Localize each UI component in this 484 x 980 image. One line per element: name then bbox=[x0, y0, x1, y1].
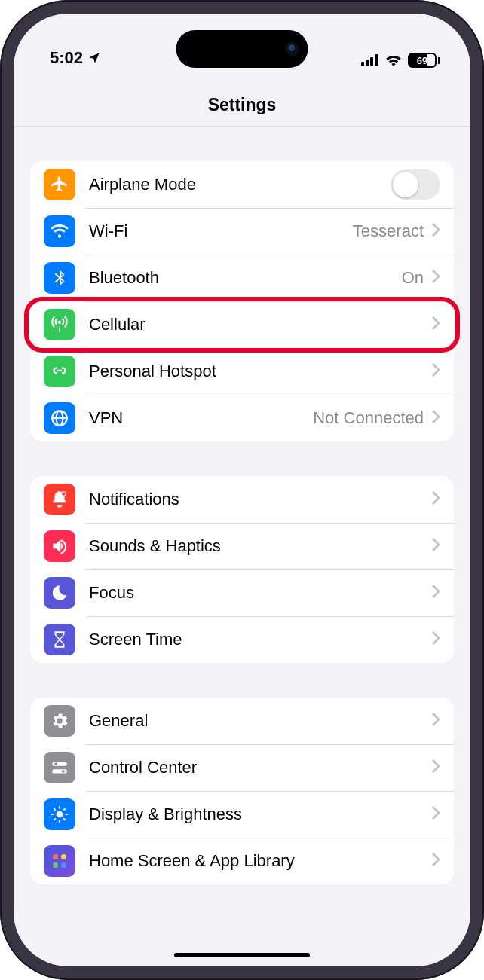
chevron-right-icon bbox=[431, 490, 440, 508]
bluetooth-icon bbox=[44, 262, 75, 294]
row-value: Not Connected bbox=[313, 408, 424, 428]
notifications-icon bbox=[44, 484, 75, 515]
chevron-right-icon bbox=[431, 222, 440, 240]
settings-group-general: General Control Center Display & Brightn… bbox=[30, 698, 454, 884]
cellular-icon bbox=[44, 309, 75, 340]
row-bluetooth[interactable]: Bluetooth On bbox=[30, 255, 454, 301]
row-label: Display & Brightness bbox=[89, 804, 431, 824]
svg-rect-24 bbox=[53, 862, 58, 868]
chevron-right-icon bbox=[431, 584, 440, 602]
svg-line-19 bbox=[63, 818, 65, 820]
row-label: Control Center bbox=[89, 758, 431, 777]
settings-group-notifications: Notifications Sounds & Haptics Focus bbox=[30, 476, 454, 663]
row-cellular[interactable]: Cellular bbox=[30, 301, 454, 348]
row-label: Personal Hotspot bbox=[89, 362, 431, 381]
chevron-right-icon bbox=[431, 852, 440, 870]
svg-line-20 bbox=[54, 818, 55, 820]
row-airplane-mode[interactable]: Airplane Mode bbox=[30, 161, 454, 208]
chevron-right-icon bbox=[431, 409, 440, 427]
screen-time-icon bbox=[44, 624, 75, 655]
display-icon bbox=[44, 798, 75, 830]
vpn-icon bbox=[44, 402, 75, 434]
svg-point-12 bbox=[62, 770, 65, 773]
svg-rect-23 bbox=[61, 854, 66, 859]
settings-list[interactable]: Airplane Mode Wi-Fi Tesseract Bluetooth bbox=[14, 127, 470, 966]
svg-line-21 bbox=[63, 808, 65, 810]
airplane-icon bbox=[44, 169, 75, 200]
row-label: Sounds & Haptics bbox=[89, 536, 431, 556]
row-control-center[interactable]: Control Center bbox=[30, 744, 454, 791]
chevron-right-icon bbox=[431, 759, 440, 777]
sounds-icon bbox=[44, 530, 75, 562]
chevron-right-icon bbox=[431, 805, 440, 823]
status-time: 5:02 bbox=[50, 48, 83, 68]
row-hotspot[interactable]: Personal Hotspot bbox=[30, 348, 454, 395]
row-vpn[interactable]: VPN Not Connected bbox=[30, 395, 454, 441]
cellular-signal-icon bbox=[361, 54, 379, 66]
svg-rect-1 bbox=[366, 60, 369, 66]
row-label: Screen Time bbox=[89, 630, 431, 649]
svg-rect-22 bbox=[53, 854, 58, 859]
status-left: 5:02 bbox=[50, 48, 101, 68]
svg-rect-25 bbox=[61, 862, 66, 868]
dynamic-island bbox=[176, 30, 308, 68]
row-label: Wi-Fi bbox=[89, 221, 353, 241]
chevron-right-icon bbox=[431, 630, 440, 649]
status-right: 69 bbox=[361, 53, 440, 68]
row-display[interactable]: Display & Brightness bbox=[30, 791, 454, 838]
row-wifi[interactable]: Wi-Fi Tesseract bbox=[30, 208, 454, 255]
camera-dot bbox=[287, 44, 298, 54]
row-notifications[interactable]: Notifications bbox=[30, 476, 454, 523]
svg-point-10 bbox=[54, 762, 57, 765]
iphone-frame: 5:02 69 Settings bbox=[0, 0, 484, 980]
row-value: Tesseract bbox=[353, 221, 424, 241]
home-indicator[interactable] bbox=[174, 953, 310, 957]
svg-rect-0 bbox=[361, 62, 364, 66]
general-icon bbox=[44, 705, 75, 737]
svg-rect-2 bbox=[370, 57, 373, 66]
row-label: VPN bbox=[89, 408, 313, 428]
hotspot-icon bbox=[44, 356, 75, 387]
row-label: Home Screen & App Library bbox=[89, 851, 431, 871]
chevron-right-icon bbox=[431, 362, 440, 380]
chevron-right-icon bbox=[431, 316, 440, 334]
wifi-icon bbox=[44, 215, 75, 247]
settings-group-connectivity: Airplane Mode Wi-Fi Tesseract Bluetooth bbox=[30, 161, 454, 441]
airplane-toggle[interactable] bbox=[391, 169, 440, 200]
row-label: Airplane Mode bbox=[89, 175, 391, 194]
focus-icon bbox=[44, 577, 75, 609]
chevron-right-icon bbox=[431, 712, 440, 730]
row-value: On bbox=[402, 268, 424, 288]
row-sounds[interactable]: Sounds & Haptics bbox=[30, 523, 454, 569]
svg-point-8 bbox=[62, 492, 65, 495]
row-label: Focus bbox=[89, 583, 431, 603]
row-label: Cellular bbox=[89, 315, 431, 334]
control-center-icon bbox=[44, 752, 75, 783]
home-screen-icon bbox=[44, 845, 75, 877]
row-general[interactable]: General bbox=[30, 698, 454, 744]
wifi-status-icon bbox=[385, 54, 402, 66]
svg-line-18 bbox=[54, 808, 55, 810]
battery-indicator: 69 bbox=[408, 53, 440, 68]
row-label: Notifications bbox=[89, 490, 431, 509]
row-label: General bbox=[89, 711, 431, 731]
row-focus[interactable]: Focus bbox=[30, 569, 454, 616]
row-home-screen[interactable]: Home Screen & App Library bbox=[30, 838, 454, 884]
svg-point-13 bbox=[57, 811, 63, 818]
svg-rect-3 bbox=[375, 54, 378, 66]
location-icon bbox=[87, 51, 101, 65]
screen: 5:02 69 Settings bbox=[14, 14, 470, 966]
row-label: Bluetooth bbox=[89, 268, 402, 288]
page-title: Settings bbox=[14, 74, 470, 127]
chevron-right-icon bbox=[431, 269, 440, 287]
row-screen-time[interactable]: Screen Time bbox=[30, 616, 454, 663]
chevron-right-icon bbox=[431, 537, 440, 555]
